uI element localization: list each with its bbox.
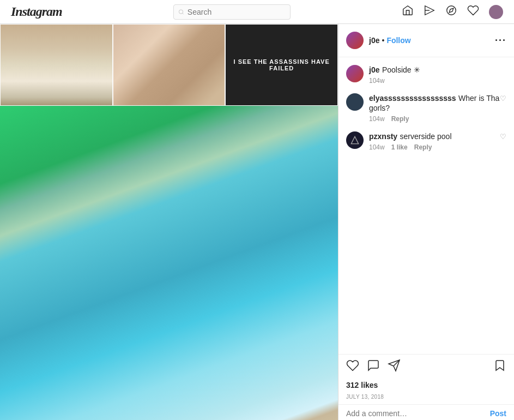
comment1-username[interactable]: elyasssssssssssssssss	[369, 94, 456, 103]
grid-cell-dog[interactable]	[0, 24, 113, 106]
like-button[interactable]	[346, 359, 359, 375]
more-options-button[interactable]: ···	[495, 35, 506, 46]
comment1-heart-icon[interactable]: ♡	[500, 94, 506, 103]
comment2-reply-button[interactable]: Reply	[414, 143, 432, 151]
comment2-time: 104w	[369, 143, 385, 151]
post-panel: j0e • Follow ··· j0e Poolside ✳ 104w	[338, 24, 514, 420]
comments-section: j0e Poolside ✳ 104w elyassssssssssssssss…	[338, 57, 514, 354]
caption-username[interactable]: j0e	[369, 65, 379, 74]
save-button[interactable]	[493, 359, 506, 375]
search-bar[interactable]	[173, 4, 291, 20]
send-icon[interactable]	[424, 4, 436, 19]
grid-cell-meme[interactable]: I SEE THE ASSASSINS HAVE FAILED	[225, 24, 338, 106]
caption-content: j0e Poolside ✳ 104w	[369, 65, 506, 85]
post-user-avatar[interactable]	[346, 32, 364, 49]
caption-meta: 104w	[369, 77, 506, 85]
svg-marker-6	[351, 136, 358, 143]
search-icon	[178, 9, 184, 15]
photo-grid: I SEE THE ASSASSINS HAVE FAILED	[0, 24, 338, 420]
caption-text: Poolside ✳	[382, 65, 420, 74]
svg-line-1	[182, 13, 183, 14]
main-content: I SEE THE ASSASSINS HAVE FAILED j0e • Fo…	[0, 24, 514, 420]
home-icon[interactable]	[402, 4, 414, 19]
comment-row-1: elyasssssssssssssssss Wher is Tha gorls?…	[346, 93, 506, 123]
comment2-username[interactable]: pzxnsty	[369, 132, 397, 141]
share-button[interactable]	[388, 359, 401, 375]
comment2-avatar[interactable]	[346, 131, 364, 149]
post-username[interactable]: j0e	[369, 36, 379, 45]
add-comment-area: Post	[338, 404, 514, 420]
svg-point-4	[447, 6, 456, 15]
top-row: I SEE THE ASSASSINS HAVE FAILED	[0, 24, 338, 106]
nav-icons	[402, 4, 503, 19]
comment2-likes[interactable]: 1 like	[391, 143, 408, 151]
post-header: j0e • Follow ···	[338, 24, 514, 57]
post-date: JULY 13, 2018	[338, 393, 514, 404]
comment2-text: serverside pool	[400, 132, 452, 141]
comment2-heart-icon[interactable]: ♡	[500, 133, 506, 141]
comment-button[interactable]	[367, 359, 380, 375]
svg-marker-5	[449, 8, 453, 13]
explore-icon[interactable]	[445, 4, 457, 19]
dot-separator: •	[382, 36, 384, 45]
profile-avatar[interactable]	[489, 5, 503, 19]
comment1-content: elyasssssssssssssssss Wher is Tha gorls?…	[369, 93, 500, 123]
instagram-logo: Instagram	[11, 4, 62, 19]
caption-avatar[interactable]	[346, 65, 364, 82]
post-caption-row: j0e Poolside ✳ 104w	[346, 65, 506, 85]
caption-time: 104w	[369, 77, 385, 85]
add-comment-input[interactable]	[346, 409, 490, 418]
follow-button[interactable]: Follow	[386, 36, 410, 45]
comment1-avatar[interactable]	[346, 93, 364, 111]
meme-text: I SEE THE ASSASSINS HAVE FAILED	[231, 58, 332, 71]
post-comment-button[interactable]: Post	[490, 409, 506, 418]
pool-image[interactable]	[0, 106, 338, 420]
navbar: Instagram	[0, 0, 514, 24]
comment1-reply-button[interactable]: Reply	[391, 115, 409, 123]
comment1-time: 104w	[369, 115, 385, 123]
search-input[interactable]	[188, 8, 286, 16]
comment2-meta: 104w 1 like Reply	[369, 143, 500, 151]
heart-icon[interactable]	[467, 4, 479, 19]
comment1-meta: 104w Reply	[369, 115, 500, 123]
comment2-content: pzxnsty serverside pool 104w 1 like Repl…	[369, 131, 500, 151]
comment-row-2: pzxnsty serverside pool 104w 1 like Repl…	[346, 131, 506, 151]
grid-cell-room[interactable]	[113, 24, 226, 106]
svg-point-0	[179, 9, 183, 13]
post-actions	[338, 354, 514, 377]
likes-count: 312 likes	[338, 377, 514, 393]
